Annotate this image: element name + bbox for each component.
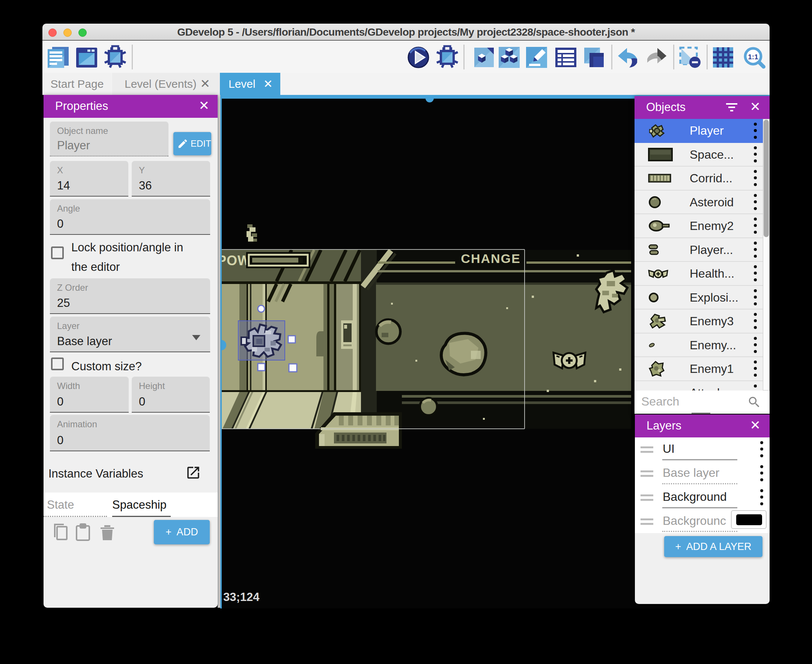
svg-text:CHANGE: CHANGE bbox=[461, 251, 521, 265]
svg-text:1:1: 1:1 bbox=[748, 53, 758, 61]
svg-text:POW: POW bbox=[220, 253, 251, 268]
svg-text:33;124: 33;124 bbox=[223, 591, 260, 604]
